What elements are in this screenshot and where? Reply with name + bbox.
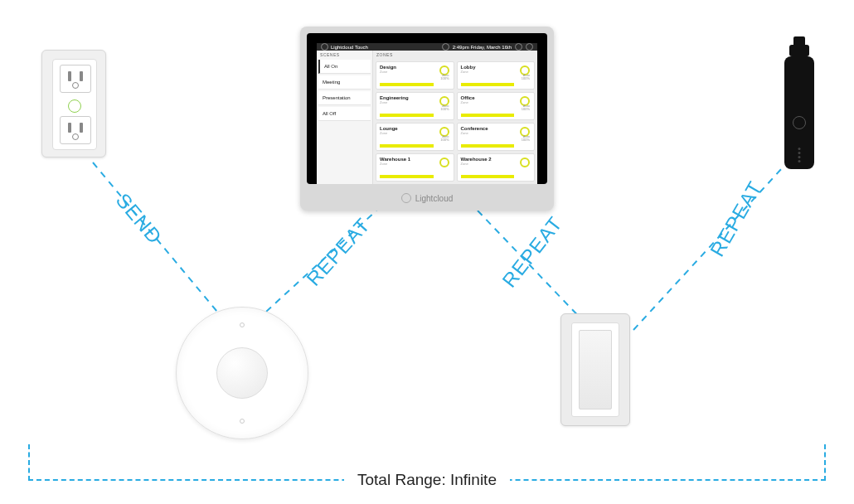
tablet-clock: 2:49pm Friday, March 16th (453, 45, 512, 50)
scene-item[interactable]: All On (318, 60, 371, 74)
brand-ring-icon (401, 193, 411, 203)
zone-card[interactable]: Warehouse 2Zone (457, 153, 536, 182)
scene-item[interactable]: Meeting (318, 75, 371, 90)
zone-card[interactable]: DesignZoneAuto100% (376, 61, 454, 90)
power-icon (68, 99, 81, 113)
power-button-icon (793, 116, 806, 129)
rocker-switch (579, 330, 612, 410)
touch-panel-device: Lightcloud Touch 2:49pm Friday, March 16… (300, 27, 554, 211)
link-label-send: SEND (111, 189, 167, 249)
zone-card[interactable]: EngineeringZoneAuto100% (376, 92, 454, 120)
zone-card[interactable]: OfficeZoneAuto100% (457, 92, 536, 120)
status-icon (442, 43, 449, 51)
zone-card[interactable]: ConferenceZoneAuto100% (457, 123, 536, 151)
menu-icon (515, 43, 522, 51)
wireless-controller-device (784, 36, 814, 171)
zone-card[interactable]: LobbyZoneAuto100% (457, 61, 536, 90)
settings-icon (526, 43, 533, 51)
scenes-header: SCENES (317, 51, 372, 59)
svg-line-0 (93, 162, 226, 322)
range-label: Total Range: Infinite (344, 471, 510, 489)
link-label-repeat: REPEAT (497, 212, 567, 292)
sensor-dome-icon (216, 347, 268, 399)
brightness-ring-icon (520, 158, 530, 167)
scene-item[interactable]: All Off (318, 107, 371, 121)
zone-card[interactable]: LoungeZoneAuto100% (376, 123, 454, 151)
brand-icon (321, 43, 328, 51)
zone-grid: DesignZoneAuto100% LobbyZoneAuto100% Eng… (373, 59, 537, 184)
link-label-repeat: REPEAT (706, 177, 767, 261)
scene-item[interactable]: Presentation (318, 91, 371, 105)
tablet-topbar: Lightcloud Touch 2:49pm Friday, March 16… (317, 43, 537, 51)
brightness-ring-icon (439, 158, 449, 167)
zone-card[interactable]: Warehouse 1Zone (376, 153, 454, 182)
occupancy-sensor-device (176, 307, 308, 439)
smart-outlet-device (41, 50, 106, 158)
wall-switch-device (560, 313, 630, 426)
tablet-title: Lightcloud Touch (331, 45, 368, 50)
link-label-repeat: REPEAT (302, 213, 375, 290)
zones-header: ZONES (373, 51, 537, 59)
tablet-brand: Lightcloud (300, 186, 554, 211)
